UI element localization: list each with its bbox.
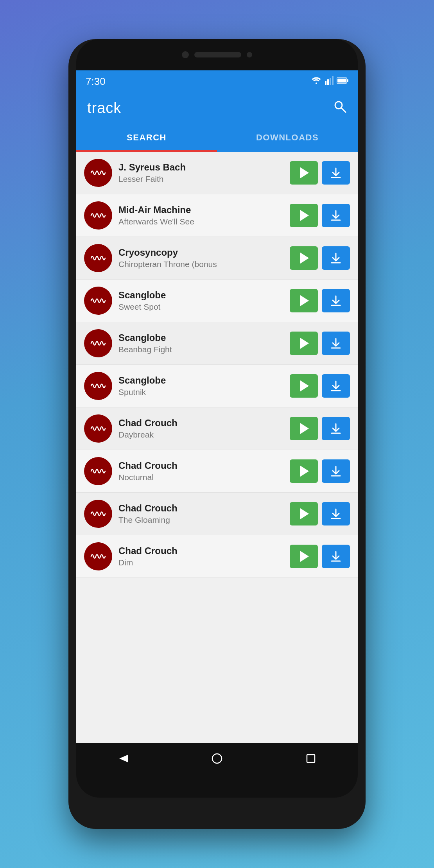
track-item: Cryosyncopy Chiropteran Throne (bonus [76, 237, 358, 280]
download-button[interactable] [322, 545, 350, 568]
track-item: Chad Crouch Daybreak [76, 407, 358, 450]
track-item: Chad Crouch The Gloaming [76, 493, 358, 535]
track-info: Cryosyncopy Chiropteran Throne (bonus [118, 247, 283, 269]
app-header: track [76, 92, 358, 124]
track-artist: J. Syreus Bach [118, 162, 283, 173]
track-song-title: Afterwards We'll See [118, 217, 283, 226]
wifi-icon [311, 76, 322, 87]
download-button[interactable] [322, 417, 350, 440]
play-button[interactable] [290, 332, 318, 355]
svg-rect-31 [307, 755, 315, 762]
track-avatar [84, 414, 112, 443]
track-actions [290, 289, 350, 312]
track-avatar [84, 201, 112, 230]
play-button[interactable] [290, 502, 318, 525]
track-avatar [84, 457, 112, 485]
play-button[interactable] [290, 459, 318, 483]
svg-rect-0 [325, 81, 326, 85]
track-item: J. Syreus Bach Lesser Faith [76, 152, 358, 194]
track-artist: Scanglobe [118, 332, 283, 343]
track-artist: Scanglobe [118, 290, 283, 301]
tab-downloads[interactable]: DOWNLOADS [217, 124, 358, 152]
download-button[interactable] [322, 374, 350, 398]
bottom-bezel [76, 774, 358, 798]
track-avatar [84, 329, 112, 357]
top-bezel [76, 39, 358, 70]
status-time: 7:30 [86, 75, 106, 88]
download-button[interactable] [322, 502, 350, 525]
track-actions [290, 502, 350, 525]
track-actions [290, 374, 350, 398]
tab-bar: SEARCH DOWNLOADS [76, 124, 358, 152]
track-song-title: Daybreak [118, 430, 283, 439]
svg-rect-1 [327, 79, 329, 85]
track-actions [290, 161, 350, 185]
play-button[interactable] [290, 204, 318, 227]
track-item: Scanglobe Beanbag Fight [76, 322, 358, 365]
track-info: Chad Crouch Daybreak [118, 418, 283, 439]
recents-button[interactable] [301, 749, 321, 768]
svg-rect-6 [337, 79, 346, 82]
track-info: Scanglobe Sweet Spot [118, 290, 283, 312]
tab-search[interactable]: SEARCH [76, 124, 217, 152]
search-button[interactable] [333, 99, 347, 117]
front-camera [182, 51, 189, 58]
front-sensor [247, 52, 252, 57]
home-button[interactable] [207, 749, 227, 768]
track-item: Chad Crouch Dim [76, 535, 358, 578]
track-artist: Mid-Air Machine [118, 204, 283, 215]
svg-rect-3 [332, 76, 334, 85]
track-avatar [84, 500, 112, 528]
earpiece-speaker [194, 52, 241, 57]
track-artist: Chad Crouch [118, 418, 283, 429]
download-button[interactable] [322, 332, 350, 355]
track-artist: Chad Crouch [118, 503, 283, 514]
play-button[interactable] [290, 246, 318, 270]
track-song-title: Nocturnal [118, 473, 283, 482]
track-song-title: The Gloaming [118, 515, 283, 525]
track-actions [290, 459, 350, 483]
track-info: Chad Crouch The Gloaming [118, 503, 283, 525]
track-song-title: Sputnik [118, 387, 283, 397]
svg-line-8 [341, 108, 346, 112]
track-info: J. Syreus Bach Lesser Faith [118, 162, 283, 184]
track-artist: Chad Crouch [118, 545, 283, 556]
track-info: Mid-Air Machine Afterwards We'll See [118, 204, 283, 226]
download-button[interactable] [322, 459, 350, 483]
download-button[interactable] [322, 246, 350, 270]
track-item: Scanglobe Sweet Spot [76, 280, 358, 322]
bottom-nav [76, 743, 358, 774]
download-button[interactable] [322, 204, 350, 227]
track-item: Chad Crouch Nocturnal [76, 450, 358, 493]
download-button[interactable] [322, 289, 350, 312]
track-song-title: Lesser Faith [118, 174, 283, 184]
track-avatar [84, 372, 112, 400]
play-button[interactable] [290, 289, 318, 312]
svg-marker-29 [119, 755, 128, 762]
play-button[interactable] [290, 374, 318, 398]
track-list: J. Syreus Bach Lesser Faith Mid- [76, 152, 358, 743]
play-button[interactable] [290, 545, 318, 568]
track-song-title: Beanbag Fight [118, 345, 283, 354]
track-item: Mid-Air Machine Afterwards We'll See [76, 194, 358, 237]
track-artist: Scanglobe [118, 375, 283, 386]
svg-rect-2 [330, 78, 331, 85]
back-button[interactable] [113, 749, 133, 768]
track-song-title: Chiropteran Throne (bonus [118, 260, 283, 269]
battery-icon [337, 77, 348, 86]
track-avatar [84, 159, 112, 187]
track-actions [290, 204, 350, 227]
signal-icon [325, 76, 334, 87]
status-icons [311, 76, 348, 87]
download-button[interactable] [322, 161, 350, 185]
track-info: Scanglobe Sputnik [118, 375, 283, 397]
play-button[interactable] [290, 417, 318, 440]
status-bar: 7:30 [76, 70, 358, 92]
track-actions [290, 332, 350, 355]
track-song-title: Dim [118, 558, 283, 567]
play-button[interactable] [290, 161, 318, 185]
phone-screen: 7:30 [76, 39, 358, 798]
phone-frame: 7:30 [68, 39, 366, 829]
track-info: Scanglobe Beanbag Fight [118, 332, 283, 354]
track-info: Chad Crouch Nocturnal [118, 460, 283, 482]
